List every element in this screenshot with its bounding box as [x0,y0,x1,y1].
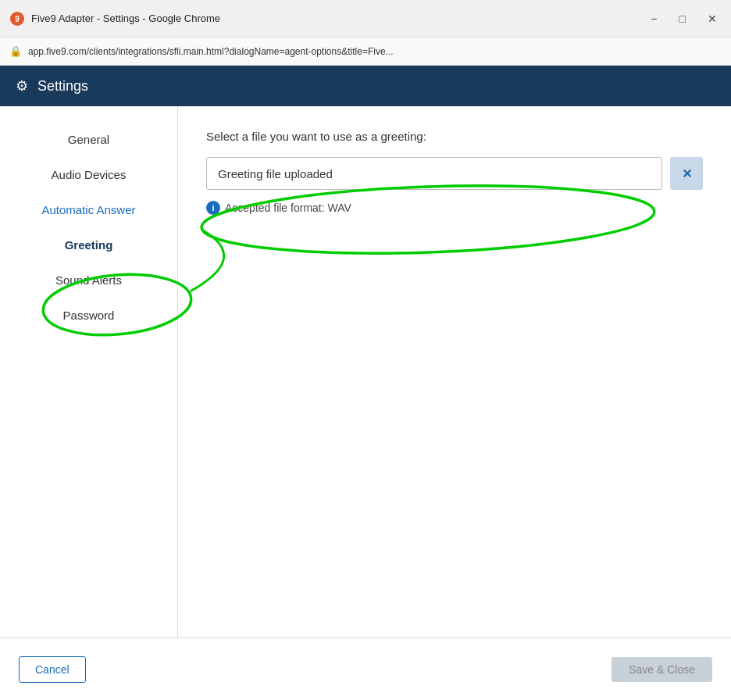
settings-title: Settings [37,78,88,95]
window-controls: − □ ✕ [646,11,722,27]
file-format-info: i Accepted file format: WAV [206,201,703,215]
window-title: Five9 Adapter - Settings - Google Chrome [31,12,220,24]
sidebar-item-password[interactable]: Password [0,298,177,333]
title-bar-left: 9 Five9 Adapter - Settings - Google Chro… [9,11,220,27]
sidebar-item-general[interactable]: General [0,122,177,157]
greeting-file-input[interactable] [206,157,662,190]
close-button[interactable]: ✕ [703,11,722,27]
content-panel: Select a file you want to use as a greet… [178,106,731,638]
content-label: Select a file you want to use as a greet… [206,130,703,143]
sidebar-item-sound-alerts[interactable]: Sound Alerts [0,262,177,298]
info-icon: i [206,201,220,215]
sidebar-item-automatic-answer[interactable]: Automatic Answer [0,192,177,227]
main-content: General Audio Devices Automatic Answer G… [0,106,731,638]
format-info-text: Accepted file format: WAV [225,202,351,214]
url-text: app.five9.com/clients/integrations/sfli.… [28,46,394,57]
sidebar: General Audio Devices Automatic Answer G… [0,106,178,638]
settings-header: ⚙ Settings [0,66,731,106]
gear-icon: ⚙ [16,77,28,95]
svg-text:9: 9 [15,15,20,23]
cancel-button[interactable]: Cancel [19,656,86,683]
save-close-button[interactable]: Save & Close [612,657,712,682]
file-input-row: ✕ [206,157,703,190]
footer: Cancel Save & Close [0,638,731,700]
title-bar: 9 Five9 Adapter - Settings - Google Chro… [0,0,731,38]
sidebar-item-audio-devices[interactable]: Audio Devices [0,157,177,192]
sidebar-item-greeting[interactable]: Greeting [0,227,177,262]
minimize-button[interactable]: − [646,11,661,27]
address-bar: 🔒 app.five9.com/clients/integrations/sfl… [0,38,731,66]
clear-file-button[interactable]: ✕ [670,157,703,190]
app-icon: 9 [9,11,25,27]
maximize-button[interactable]: □ [675,11,690,27]
lock-icon: 🔒 [9,45,22,57]
